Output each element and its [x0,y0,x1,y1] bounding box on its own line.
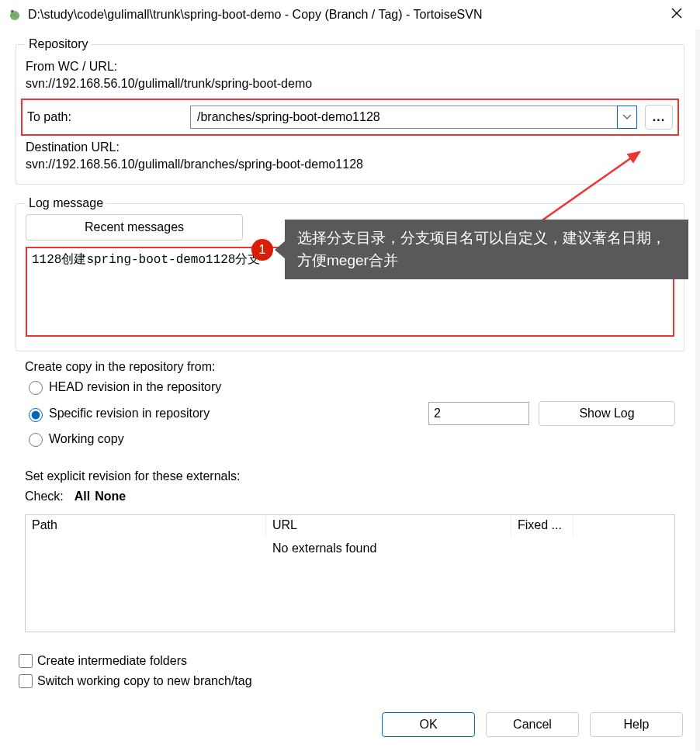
annotation-text: 选择分支目录，分支项目名可以自定义，建议著名日期，方便meger合并 [285,220,688,279]
externals-label: Set explicit revision for these external… [25,469,675,483]
externals-table: Path URL Fixed ... No externals found [25,514,675,632]
specific-revision-row: Specific revision in repository Show Log [25,401,675,426]
bottom-checks: Create intermediate folders Switch worki… [16,652,684,690]
externals-col-fixed[interactable]: Fixed ... [511,515,574,537]
to-path-dropdown-button[interactable] [617,106,637,129]
externals-table-header: Path URL Fixed ... [26,515,674,537]
switch-wc-checkbox[interactable] [19,674,33,688]
to-path-highlight: To path: ... [21,99,679,136]
chevron-down-icon [622,114,632,120]
working-copy-label[interactable]: Working copy [49,432,124,446]
head-revision-radio[interactable] [29,381,43,395]
annotation-callout: 1 选择分支目录，分支项目名可以自定义，建议著名日期，方便meger合并 [251,220,688,279]
help-button[interactable]: Help [590,712,683,737]
check-label: Check: [25,490,64,504]
create-intermediate-label[interactable]: Create intermediate folders [37,654,187,668]
head-revision-row: HEAD revision in the repository [25,379,675,395]
check-none-link[interactable]: None [95,490,126,504]
create-copy-from-group: Create copy in the repository from: HEAD… [16,360,684,453]
show-log-button[interactable]: Show Log [539,401,675,426]
externals-col-url[interactable]: URL [266,515,511,537]
destination-url-label: Destination URL: [26,140,674,154]
destination-url: svn://192.168.56.10/gulimall/branches/sp… [26,157,674,171]
annotation-pointer-icon [275,241,286,259]
check-all-link[interactable]: All [75,490,90,504]
annotation-number: 1 [251,239,273,261]
to-path-combo[interactable] [190,106,637,129]
to-path-label: To path: [27,110,182,124]
log-message-legend: Log message [26,196,106,210]
create-intermediate-checkbox[interactable] [19,654,33,668]
revision-number-input[interactable] [428,402,529,425]
switch-wc-label[interactable]: Switch working copy to new branch/tag [37,674,252,688]
specific-revision-radio[interactable] [29,408,43,422]
close-button[interactable] [661,8,692,22]
working-copy-row: Working copy [25,431,675,447]
right-edge [695,29,700,751]
tortoisesvn-icon [8,8,22,22]
to-path-input[interactable] [191,106,617,128]
browse-button[interactable]: ... [645,105,673,130]
head-revision-label[interactable]: HEAD revision in the repository [49,380,221,394]
create-copy-from-label: Create copy in the repository from: [25,360,675,374]
externals-group: Set explicit revision for these external… [16,465,684,640]
repository-group: Repository From WC / URL: svn://192.168.… [16,37,684,185]
externals-empty-text: No externals found [266,537,674,560]
svg-point-2 [12,11,13,12]
titlebar: D:\study\code\gulimall\trunk\spring-boot… [0,0,700,29]
working-copy-radio[interactable] [29,433,43,447]
ok-button[interactable]: OK [382,712,475,737]
dialog-buttons: OK Cancel Help [382,712,683,737]
recent-messages-button[interactable]: Recent messages [26,214,243,241]
from-wc-label: From WC / URL: [26,60,674,74]
repository-legend: Repository [26,37,91,51]
from-wc-url: svn://192.168.56.10/gulimall/trunk/sprin… [26,77,674,91]
externals-col-path[interactable]: Path [26,515,266,537]
specific-revision-label[interactable]: Specific revision in repository [49,407,210,420]
cancel-button[interactable]: Cancel [486,712,579,737]
window-title: D:\study\code\gulimall\trunk\spring-boot… [28,8,661,22]
